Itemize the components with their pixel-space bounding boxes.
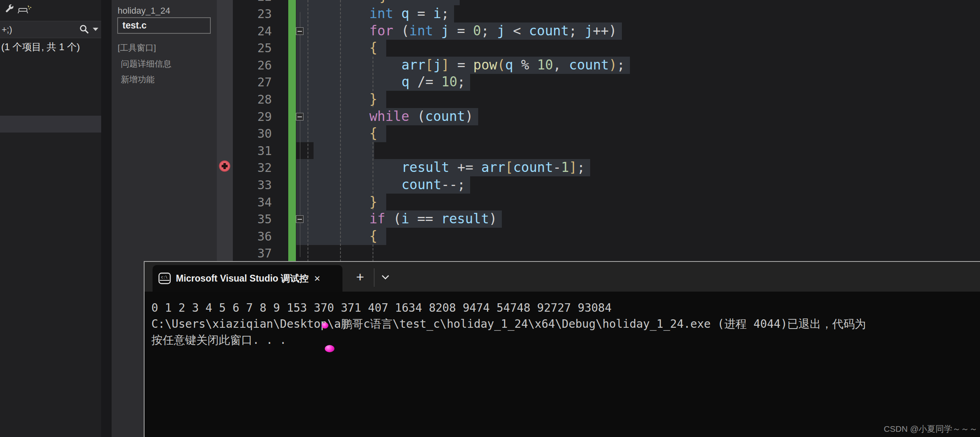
selection-highlight [314, 142, 374, 159]
line-number: 27 [225, 74, 272, 91]
close-tab-icon[interactable]: × [314, 273, 320, 284]
code-line[interactable]: int q = i; [369, 5, 449, 22]
line-number: 23 [225, 5, 272, 22]
code-line[interactable]: q /= 10; [401, 74, 465, 91]
terminal-tab-bar: c:\ Microsoft Visual Studio 调试控 × + [145, 262, 980, 292]
watermark-label: CSDN @小夏同学～～～ [884, 423, 978, 435]
line-number: 36 [225, 228, 272, 245]
panel-divider[interactable] [101, 0, 112, 437]
panel-toolbar [0, 0, 101, 21]
breakpoint-icon[interactable] [219, 160, 230, 172]
line-number: 26 [225, 57, 272, 74]
code-line[interactable]: } [379, 0, 387, 5]
code-line[interactable]: for (int j = 0; j < count; j++) [369, 22, 617, 40]
fold-collapse-button[interactable] [296, 215, 304, 223]
empty-list-row[interactable] [0, 116, 101, 133]
indent-guide [340, 0, 341, 262]
tool-window-section-label: [工具窗口] [118, 42, 156, 53]
code-line[interactable]: { [369, 228, 377, 245]
code-line[interactable]: { [369, 39, 377, 57]
cmd-icon: c:\ [158, 272, 171, 284]
svg-text:c:\: c:\ [161, 275, 167, 279]
cursor-blob [322, 323, 328, 329]
file-name-label: test.c [122, 20, 147, 31]
search-icon[interactable] [79, 24, 90, 35]
search-options-caret-icon[interactable] [93, 28, 98, 31]
code-line[interactable]: count--; [401, 176, 465, 194]
line-number: 34 [225, 194, 272, 211]
line-number: 35 [225, 210, 272, 228]
line-number: 31 [225, 142, 272, 159]
line-number: 24 [225, 22, 272, 40]
search-box[interactable]: +;) [0, 21, 101, 38]
selection-highlight [296, 0, 460, 5]
line-number: 29 [225, 108, 272, 125]
code-line[interactable]: result += arr[count-1]; [401, 159, 585, 176]
search-input-value[interactable]: +;) [2, 25, 12, 35]
selected-file-box[interactable]: test.c [117, 17, 211, 34]
line-number: 25 [225, 39, 272, 57]
fold-collapse-button[interactable] [296, 27, 304, 35]
line-number: 32 [225, 159, 272, 176]
tab-bar-divider [374, 268, 375, 287]
code-line[interactable]: if (i == result) [369, 210, 497, 228]
terminal-tab-title: Microsoft Visual Studio 调试控 [176, 272, 309, 285]
indent-guide [308, 0, 308, 262]
cursor-blob [325, 345, 334, 352]
code-line[interactable]: } [369, 91, 377, 108]
nav-item[interactable]: 新增功能 [121, 74, 155, 85]
project-name-label[interactable]: holiday_1_24 [118, 6, 170, 16]
nav-item[interactable]: 问题详细信息 [121, 58, 171, 69]
terminal-tab[interactable]: c:\ Microsoft Visual Studio 调试控 × [153, 265, 342, 292]
wrench-icon[interactable] [4, 4, 14, 15]
console-line: C:\Users\xiaziqian\Desktop\a鹏哥c语言\test_c… [151, 317, 866, 331]
line-number: 30 [225, 125, 272, 142]
fold-collapse-button[interactable] [296, 113, 304, 120]
line-number: 28 [225, 91, 272, 108]
code-line[interactable]: while (count) [369, 108, 473, 125]
code-line[interactable]: { [369, 125, 377, 142]
code-line[interactable]: } [369, 194, 377, 211]
change-tracking-bar [288, 0, 296, 262]
console-line: 按任意键关闭此窗口. . . [151, 333, 286, 347]
new-feature-workbench-icon[interactable] [18, 5, 31, 14]
chevron-down-icon[interactable] [381, 274, 390, 280]
vs-ide-window: +;) (1 个项目, 共 1 个) holiday_1_24 test.c [… [0, 0, 980, 437]
code-line[interactable]: arr[j] = pow(q % 10, count); [401, 57, 625, 74]
line-number: 37 [225, 245, 272, 262]
line-number: 22 [225, 0, 272, 5]
new-tab-button[interactable]: + [356, 269, 364, 285]
project-count-label: (1 个项目, 共 1 个) [1, 41, 80, 53]
left-tool-panel: +;) (1 个项目, 共 1 个) [0, 0, 101, 437]
debug-console-window: c:\ Microsoft Visual Studio 调试控 × + 0 1 … [144, 261, 980, 437]
console-line: 0 1 2 3 4 5 6 7 8 9 153 370 371 407 1634… [151, 301, 611, 315]
line-number: 33 [225, 176, 272, 194]
